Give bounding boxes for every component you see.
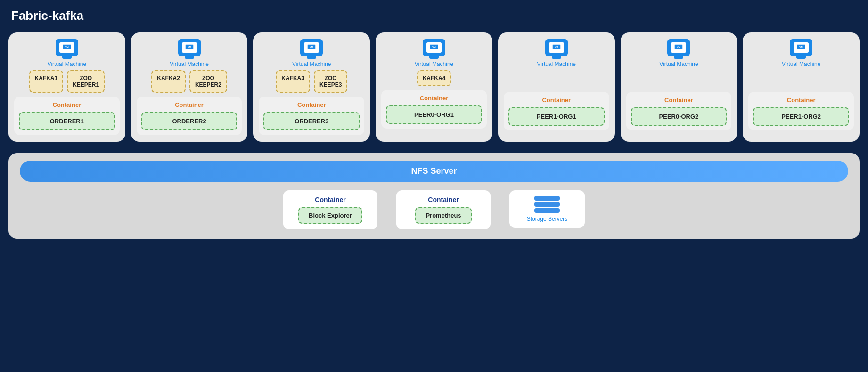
vm-icon-wrapper-0: VMVirtual Machine <box>48 39 87 67</box>
vm-screen-6: VM <box>794 42 809 53</box>
vm-label-6: Virtual Machine <box>782 61 821 67</box>
orderer-box-2: ORDERER3 <box>263 112 360 130</box>
container-label-1: Container <box>175 101 204 108</box>
vm-screen-5: VM <box>671 42 686 53</box>
container-label-3: Container <box>420 95 449 102</box>
svg-rect-19 <box>799 49 803 51</box>
storage-layer-1 <box>534 202 560 207</box>
container-section-5: ContainerPEER0-ORG2 <box>626 92 732 130</box>
kafka-row-1: KAFKA2ZOO KEEPER2 <box>137 70 242 93</box>
vm-screen-1: VM <box>182 42 197 53</box>
container-label-5: Container <box>664 97 693 104</box>
orderer-box-6: PEER1-ORG2 <box>753 107 849 126</box>
svg-text:VM: VM <box>188 46 191 49</box>
svg-text:VM: VM <box>555 46 558 49</box>
orderer-box-5: PEER0-ORG2 <box>631 107 727 126</box>
svg-rect-4 <box>188 49 191 51</box>
vm-card-1: VMVirtual MachineKAFKA2ZOO KEEPER2Contai… <box>131 32 248 142</box>
vm-label-0: Virtual Machine <box>48 61 87 67</box>
vm-label-5: Virtual Machine <box>659 61 698 67</box>
container-section-3: ContainerPEER0-ORG1 <box>381 90 487 129</box>
kafka-box-3-0: KAFKA4 <box>417 70 451 86</box>
kafka-box-1-0: KAFKA2 <box>151 70 186 93</box>
container-label-6: Container <box>787 97 816 104</box>
vm-card-3: VMVirtual MachineKAFKA4ContainerPEER0-OR… <box>376 32 492 142</box>
svg-rect-10 <box>432 49 436 51</box>
bottom-container-card-0: ContainerBlock Explorer <box>283 190 377 229</box>
svg-rect-13 <box>555 49 558 51</box>
vm-icon-1: VM <box>178 39 201 56</box>
container-section-0: ContainerORDERER1 <box>14 97 120 135</box>
storage-layer-0 <box>534 196 560 201</box>
vm-icon-2: VM <box>300 39 323 56</box>
vm-icon-0: VM <box>56 39 78 56</box>
bottom-inner-box-0: Block Explorer <box>298 207 362 224</box>
vm-icon-5: VM <box>667 39 690 56</box>
vm-icon-wrapper-1: VMVirtual Machine <box>170 39 209 67</box>
svg-rect-7 <box>310 49 313 51</box>
page-title: Fabric-kafka <box>0 0 868 28</box>
vm-icon-wrapper-5: VMVirtual Machine <box>659 39 698 67</box>
storage-icon <box>534 196 560 213</box>
bottom-section: NFS Server ContainerBlock ExplorerContai… <box>8 153 860 239</box>
vm-screen-3: VM <box>426 42 442 53</box>
bottom-container-label-1: Container <box>428 196 459 203</box>
storage-layer-2 <box>534 208 560 213</box>
vm-icon-3: VM <box>423 39 445 56</box>
container-section-6: ContainerPEER1-ORG2 <box>748 92 854 130</box>
kafka-row-2: KAFKA3ZOO KEEPE3 <box>259 70 364 93</box>
vm-label-3: Virtual Machine <box>415 61 454 67</box>
svg-text:VM: VM <box>677 46 681 49</box>
kafka-box-2-0: KAFKA3 <box>276 70 310 93</box>
container-section-4: ContainerPEER1-ORG1 <box>504 92 609 130</box>
vm-card-5: VMVirtual MachineContainerPEER0-ORG2 <box>621 32 737 142</box>
container-section-1: ContainerORDERER2 <box>137 97 242 135</box>
vm-card-0: VMVirtual MachineKAFKA1ZOO KEEPER1Contai… <box>8 32 125 142</box>
svg-text:VM: VM <box>799 46 803 49</box>
orderer-box-3: PEER0-ORG1 <box>386 105 482 124</box>
vm-card-2: VMVirtual MachineKAFKA3ZOO KEEPE3Contain… <box>253 32 370 142</box>
svg-text:VM: VM <box>432 46 436 49</box>
storage-label: Storage Servers <box>527 216 568 222</box>
orderer-box-1: ORDERER2 <box>141 112 237 130</box>
orderer-box-0: ORDERER1 <box>19 112 115 130</box>
vm-screen-4: VM <box>549 42 564 53</box>
bottom-containers: ContainerBlock ExplorerContainerPromethe… <box>20 190 848 229</box>
nfs-bar: NFS Server <box>20 161 848 182</box>
bottom-container-label-0: Container <box>315 196 345 203</box>
storage-card: Storage Servers <box>509 190 585 228</box>
vm-icon-wrapper-4: VMVirtual Machine <box>537 39 576 67</box>
kafka-box-2-1: ZOO KEEPE3 <box>314 70 347 93</box>
vm-label-1: Virtual Machine <box>170 61 209 67</box>
top-section: VMVirtual MachineKAFKA1ZOO KEEPER1Contai… <box>0 28 868 146</box>
vm-label-4: Virtual Machine <box>537 61 576 67</box>
orderer-box-4: PEER1-ORG1 <box>508 107 605 126</box>
vm-icon-wrapper-2: VMVirtual Machine <box>292 39 331 67</box>
vm-screen-2: VM <box>304 42 319 53</box>
svg-text:VM: VM <box>310 46 314 49</box>
vm-screen-0: VM <box>59 42 74 53</box>
bottom-inner-box-1: Prometheus <box>415 207 471 224</box>
svg-rect-1 <box>65 49 69 51</box>
vm-icon-6: VM <box>790 39 812 56</box>
kafka-box-1-1: ZOO KEEPER2 <box>189 70 227 93</box>
container-label-4: Container <box>542 97 571 104</box>
vm-card-4: VMVirtual MachineContainerPEER1-ORG1 <box>498 32 615 142</box>
svg-text:VM: VM <box>65 46 69 49</box>
bottom-container-card-1: ContainerPrometheus <box>396 190 491 229</box>
container-section-2: ContainerORDERER3 <box>259 97 364 135</box>
container-label-0: Container <box>53 101 82 108</box>
vm-icon-wrapper-3: VMVirtual Machine <box>415 39 454 67</box>
vm-label-2: Virtual Machine <box>292 61 331 67</box>
kafka-box-0-1: ZOO KEEPER1 <box>67 70 105 93</box>
svg-rect-16 <box>677 49 680 51</box>
vm-card-6: VMVirtual MachineContainerPEER1-ORG2 <box>743 32 860 142</box>
kafka-box-0-0: KAFKA1 <box>29 70 64 93</box>
kafka-row-3: KAFKA4 <box>381 70 487 86</box>
vm-icon-4: VM <box>545 39 568 56</box>
container-label-2: Container <box>297 101 326 108</box>
vm-icon-wrapper-6: VMVirtual Machine <box>782 39 821 67</box>
kafka-row-0: KAFKA1ZOO KEEPER1 <box>14 70 120 93</box>
